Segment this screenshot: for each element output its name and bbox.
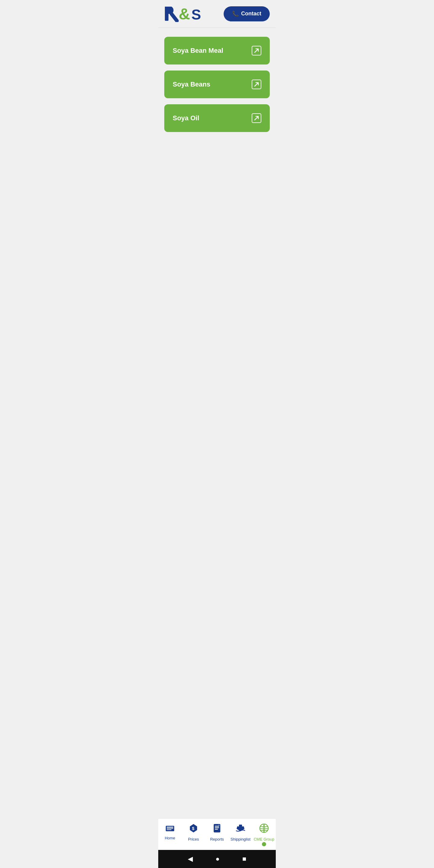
android-back-button[interactable]: ◀ [185, 852, 195, 865]
commodity-button-soya-beans[interactable]: Soya Beans [164, 70, 270, 98]
svg-rect-10 [215, 827, 219, 828]
main-content: Soya Bean Meal Soya Beans Soya Oil [158, 28, 276, 818]
shippinglist-label: Shippinglist [230, 837, 251, 841]
commodity-label: Soya Beans [173, 81, 210, 88]
logo-container: & S [164, 5, 204, 22]
svg-rect-9 [215, 826, 219, 827]
nav-item-shippinglist[interactable]: Shippinglist [229, 822, 252, 847]
notification-dot [262, 842, 266, 846]
commodity-button-soya-bean-meal[interactable]: Soya Bean Meal [164, 37, 270, 64]
svg-rect-6 [167, 830, 172, 830]
prices-label: Prices [188, 837, 199, 841]
rs-logo: & S [164, 5, 204, 22]
cme-group-label: CME Group [254, 837, 275, 841]
commodity-label: Soya Bean Meal [173, 47, 223, 55]
svg-rect-12 [239, 825, 242, 827]
reports-icon [213, 824, 221, 835]
svg-text:$: $ [192, 826, 194, 831]
nav-item-reports[interactable]: Reports [205, 822, 229, 847]
contact-label: Contact [241, 10, 261, 17]
contact-button[interactable]: 📞 Contact [224, 6, 270, 22]
commodity-button-soya-oil[interactable]: Soya Oil [164, 104, 270, 132]
svg-rect-4 [167, 827, 173, 828]
home-label: Home [165, 836, 176, 840]
android-recents-button[interactable]: ■ [240, 852, 249, 865]
bottom-navigation: Home $ Prices Reports [158, 818, 276, 850]
prices-icon: $ [189, 824, 198, 835]
commodity-label: Soya Oil [173, 114, 199, 122]
header: & S 📞 Contact [158, 0, 276, 28]
nav-item-home[interactable]: Home [158, 822, 182, 847]
cme-group-icon [259, 824, 269, 835]
shippinglist-icon [236, 824, 246, 835]
android-navigation-bar: ◀ ● ■ [158, 850, 276, 868]
svg-text:S: S [191, 7, 201, 22]
nav-item-prices[interactable]: $ Prices [182, 822, 205, 847]
external-link-icon [252, 80, 261, 89]
android-home-button[interactable]: ● [213, 852, 222, 865]
svg-text:&: & [179, 5, 190, 22]
nav-item-cme-group[interactable]: CME Group [252, 822, 276, 847]
external-link-icon [252, 46, 261, 56]
external-link-icon [252, 113, 261, 123]
svg-rect-5 [167, 828, 173, 829]
svg-rect-11 [215, 829, 218, 830]
phone-icon: 📞 [232, 10, 239, 17]
home-icon [165, 824, 175, 834]
reports-label: Reports [210, 837, 224, 841]
